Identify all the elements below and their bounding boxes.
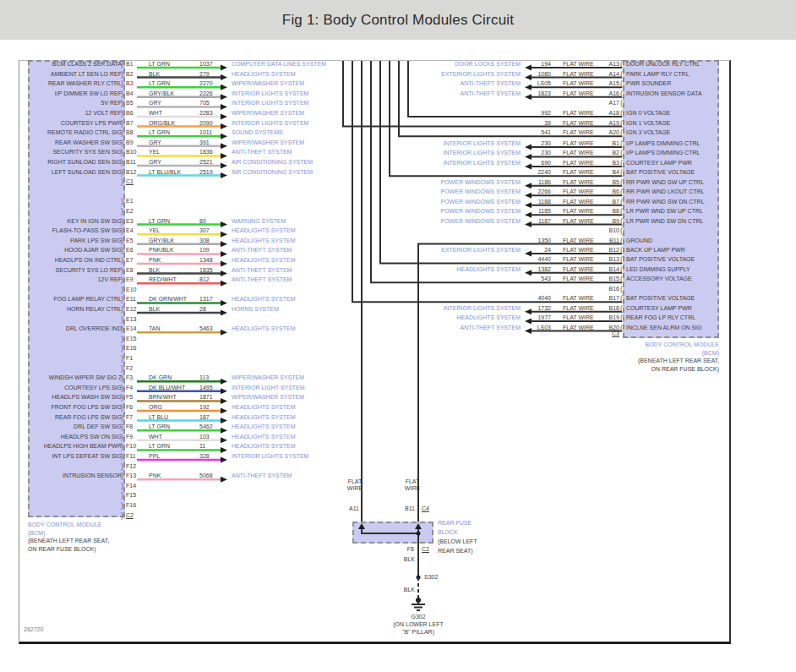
pin-label: E1	[126, 198, 134, 205]
pin-label: E15	[126, 336, 136, 342]
signal-label: FRONT FOG LPS SW SIG	[30, 404, 122, 411]
wire-type-label: FLAT WIRE	[563, 61, 594, 68]
circuit-number: 113	[199, 374, 209, 381]
system-label: SOUND SYSTEMS	[232, 129, 283, 136]
pin-label: B18	[594, 305, 619, 312]
wire-type-label: FLAT WIRE	[563, 266, 594, 273]
circuit-number: 279	[199, 71, 210, 78]
circuit-number: 192	[199, 404, 210, 411]
connector-bracket-icon: )	[121, 365, 123, 372]
pin-label: F8	[126, 423, 133, 430]
connector-bracket-icon: (	[620, 295, 623, 302]
pin-label: B11	[126, 159, 136, 166]
signal-label: COURTESY LPS PWR	[30, 120, 122, 127]
connector-bracket-icon: )	[121, 463, 123, 470]
connector-id: C1	[126, 178, 134, 185]
pin-label: A18	[594, 110, 619, 117]
system-label: POWER WINDOWS SYSTEM	[377, 218, 521, 225]
splice-label: S302	[424, 574, 438, 581]
pin-label: B9	[594, 218, 619, 225]
pin-label: F4	[126, 385, 133, 391]
system-label: INTERIOR LIGHTS SYSTEM	[232, 90, 308, 97]
circuit-number: 1835	[199, 267, 213, 274]
pin-label: F7	[126, 414, 133, 421]
signal-label: I/P DIMMER SW LO REF	[30, 90, 122, 97]
connector-bracket-icon: )	[121, 492, 123, 499]
left-module-note: (BCM)	[28, 530, 45, 537]
connector-bracket-icon: (	[620, 160, 623, 167]
connector-bracket-icon: (	[620, 100, 623, 107]
wire-color-label: YEL	[149, 227, 160, 234]
connector-bracket-icon: (	[620, 188, 623, 195]
wire-type-label: FLAT WIRE	[563, 150, 594, 156]
module-pin-function-label: LR PWR WND SW UP CTRL	[626, 208, 703, 215]
pin-label: E16	[126, 345, 136, 352]
pin-label: E11	[126, 296, 136, 303]
pin-label: E4	[126, 227, 134, 234]
pin-label: B2	[126, 71, 134, 78]
pin-label: B9	[126, 139, 134, 146]
system-label: POWER WINDOWS SYSTEM	[377, 179, 521, 186]
wire-color-label: GRY	[149, 139, 161, 146]
wire-color-label: LT GRN	[149, 218, 170, 225]
connector-bracket-icon: )	[121, 208, 123, 215]
wire-color-label: WHT	[149, 110, 162, 117]
pin-label: F10	[126, 443, 136, 450]
pin-label: E12	[126, 306, 136, 313]
wire-color-label: BLK	[149, 306, 160, 313]
pin-label: B10	[126, 149, 136, 156]
pin-label: E7	[126, 257, 134, 264]
wire-color-label: GRY	[149, 159, 161, 166]
signal-label: 5V REF	[30, 100, 122, 107]
signal-label: LEFT SUNLOAD SEN SIG	[30, 169, 122, 176]
system-label: AIR CONDITIONING SYSTEM	[232, 159, 313, 166]
circuit-number: 5463	[199, 325, 213, 332]
circuit-number: 2240	[509, 169, 551, 176]
module-pin-function-label: RR PWR WND LKOUT CTRL	[626, 188, 704, 195]
pin-label: B12	[594, 247, 619, 254]
wire-type-label: FLAT WIRE	[563, 208, 594, 215]
system-label: INTERIOR LIGHTS SYSTEM	[377, 150, 521, 156]
connector-bracket-icon: (	[620, 140, 623, 147]
connector-bracket-icon: )	[121, 512, 123, 519]
module-pin-function-label: RR PWR WND SW DN CTRL	[626, 199, 705, 205]
left-module-note: BODY CONTROL MODULE	[28, 522, 102, 528]
system-label: POWER WINDOWS SYSTEM	[377, 199, 521, 205]
connector-id: C2	[422, 546, 429, 553]
connector-bracket-icon: (	[620, 266, 623, 273]
module-pin-function-label: GROUND	[626, 238, 652, 244]
system-label: HEADLIGHTS SYSTEM	[232, 325, 295, 332]
wire-color-label: BLK	[149, 267, 160, 274]
wire-type-label: FLAT WIRE	[563, 305, 594, 312]
wire-type-label: FLAT WIRE	[563, 256, 594, 263]
system-label: HEADLIGHTS SYSTEM	[232, 238, 295, 244]
wire-color-label: ORG/BLK	[149, 120, 175, 127]
pin-label: F15	[126, 492, 136, 499]
circuit-number: 28	[199, 306, 206, 313]
module-pin-function-label: COURTESY LAMP PWR	[626, 160, 692, 167]
circuit-number: 4040	[509, 295, 551, 302]
connector-bracket-icon: (	[620, 80, 623, 87]
circuit-number: 541	[509, 129, 551, 136]
pin-label: F5	[126, 394, 133, 401]
wire-color-label: BLK	[390, 587, 415, 593]
system-label: INTERIOR LIGHTS SYSTEM	[232, 453, 308, 460]
left-module-note: (BENEATH LEFT REAR SEAT,	[28, 538, 109, 544]
wire-color-label: DK GRN	[149, 374, 172, 381]
module-pin-function-label: IGN 0 VOLTAGE	[626, 110, 670, 117]
signal-label: HEADLPS SW ON SIG	[30, 434, 122, 440]
pin-label: B17	[594, 295, 619, 302]
signal-label: DRL OVERRIDE IND	[30, 325, 122, 332]
circuit-number: 2270	[199, 80, 213, 87]
connector-bracket-icon: (	[620, 129, 623, 136]
wire-color-label: LT GRN	[149, 423, 170, 430]
wire-type-label: FLAT WIRE	[563, 110, 594, 117]
pin-label: A17	[594, 100, 619, 107]
module-pin-function-label: IGN 1 VOLTAGE	[626, 120, 670, 127]
pin-label: A19	[594, 120, 619, 127]
system-label: WIPER/WASHER SYSTEM	[232, 110, 304, 117]
module-pin-function-label: DOOR UNLOCK RLY CTRL	[626, 61, 700, 68]
signal-label: SECURITY SYS SEN SIG	[30, 149, 122, 156]
connector-bracket-icon: )	[121, 316, 123, 323]
wire-type-label: FLAT WIRE	[563, 90, 594, 97]
